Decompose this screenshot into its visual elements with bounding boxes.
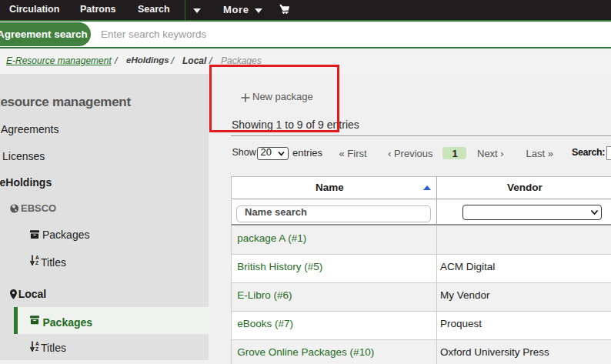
- svg-text:Z: Z: [35, 260, 38, 265]
- svg-text:Z: Z: [35, 346, 38, 352]
- svg-text:A: A: [35, 255, 39, 260]
- svg-text:A: A: [35, 341, 39, 346]
